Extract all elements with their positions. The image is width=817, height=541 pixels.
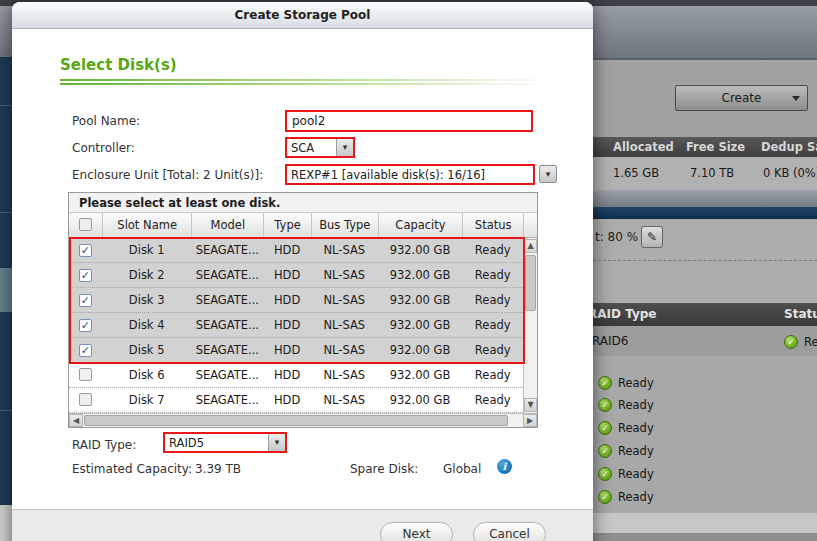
estimated-capacity-value: 3.39 TB (195, 462, 241, 476)
pool-name-input[interactable] (285, 110, 533, 132)
disk-bus-type: NL-SAS (311, 288, 378, 312)
section-heading-rule (60, 79, 552, 87)
enclosure-select[interactable]: REXP#1 [available disk(s): 16/16] (285, 164, 535, 185)
disk-bus-type: NL-SAS (311, 363, 378, 387)
spare-disk-value: Global (443, 462, 481, 476)
disk-status-item: ✓ Ready (598, 417, 654, 440)
column-raid-type: RAID Type (588, 307, 656, 321)
disk-slot-name: Disk 5 (102, 338, 192, 362)
disk-type: HDD (263, 263, 311, 287)
controller-select[interactable]: SCA ▾ (285, 137, 355, 158)
controller-value: SCA (287, 141, 336, 155)
disk-table-caption: Please select at least one disk. (69, 193, 537, 213)
disk-model: SEAGATE... (191, 388, 263, 412)
disk-capacity: 932.00 GB (378, 313, 463, 337)
disk-capacity: 932.00 GB (378, 288, 463, 312)
controller-label: Controller: (72, 141, 135, 155)
scroll-up-icon[interactable]: ▲ (524, 239, 537, 253)
disk-slot-name: Disk 1 (102, 238, 192, 262)
disk-checkbox[interactable] (79, 368, 92, 381)
disk-checkbox[interactable]: ✓ (79, 244, 92, 257)
disk-status-item: ✓ Ready (598, 462, 654, 485)
pool-name-label: Pool Name: (72, 114, 140, 128)
disk-table-row[interactable]: ✓ Disk 4 SEAGATE... HDD NL-SAS 932.00 GB… (69, 313, 523, 338)
disk-slot-name: Disk 6 (102, 363, 192, 387)
disk-status: Ready (462, 288, 523, 312)
disk-model: SEAGATE... (191, 313, 263, 337)
ready-check-icon: ✓ (598, 467, 612, 481)
disk-table-row[interactable]: ✓ Disk 3 SEAGATE... HDD NL-SAS 932.00 GB… (69, 288, 523, 313)
section-heading: Select Disk(s) (60, 56, 177, 74)
edit-threshold-button[interactable]: ✎ (641, 226, 663, 248)
disk-bus-type: NL-SAS (311, 338, 378, 362)
disk-type: HDD (263, 288, 311, 312)
sidebar-selected-item[interactable] (0, 268, 12, 312)
dashed-divider (593, 260, 817, 261)
next-button[interactable]: Next (380, 522, 453, 541)
column-bus-type: Bus Type (311, 213, 378, 237)
horizontal-scroll-thumb[interactable] (84, 415, 508, 426)
column-status: Status (784, 307, 817, 321)
free-size-value: 7.10 TB (690, 166, 734, 180)
disk-status-item: ✓ Ready (598, 485, 654, 508)
ready-check-icon: ✓ (784, 335, 798, 349)
disk-bus-type: NL-SAS (311, 313, 378, 337)
cancel-button[interactable]: Cancel (473, 522, 546, 541)
info-icon[interactable]: i (497, 459, 512, 474)
scroll-left-icon[interactable]: ◀ (69, 414, 83, 427)
chevron-down-icon[interactable]: ▾ (268, 434, 285, 451)
create-button[interactable]: Create (675, 85, 808, 111)
column-capacity: Capacity (378, 213, 463, 237)
raid-type-value: RAID5 (165, 436, 268, 450)
disk-checkbox[interactable]: ✓ (79, 269, 92, 282)
vertical-scroll-thumb[interactable] (525, 255, 536, 311)
disk-bus-type: NL-SAS (311, 263, 378, 287)
raid-type-select[interactable]: RAID5 ▾ (163, 432, 287, 453)
dialog-title: Create Storage Pool (12, 2, 593, 29)
vertical-scrollbar[interactable]: ▲ ▼ (523, 238, 537, 413)
disk-status-item: ✓ Ready (598, 439, 654, 462)
disk-type: HDD (263, 338, 311, 362)
disk-table-row[interactable]: Disk 7 SEAGATE... HDD NL-SAS 932.00 GB R… (69, 388, 523, 413)
create-storage-pool-dialog: Create Storage Pool Select Disk(s) Pool … (12, 2, 593, 541)
raid-type-label: RAID Type: (72, 438, 136, 452)
disk-status: Ready (462, 338, 523, 362)
disk-status-item: ✓ Ready (598, 371, 654, 394)
disk-capacity: 932.00 GB (378, 263, 463, 287)
horizontal-scrollbar[interactable]: ◀ ▶ (69, 413, 537, 427)
scroll-right-icon[interactable]: ▶ (523, 414, 537, 427)
disk-slot-name: Disk 3 (102, 288, 192, 312)
alert-threshold-text: t: 80 % (595, 230, 638, 244)
disk-checkbox[interactable]: ✓ (79, 344, 92, 357)
disk-checkbox[interactable]: ✓ (79, 294, 92, 307)
disk-table-row[interactable]: ✓ Disk 1 SEAGATE... HDD NL-SAS 932.00 GB… (69, 238, 523, 263)
disk-model: SEAGATE... (191, 238, 263, 262)
disk-capacity: 932.00 GB (378, 338, 463, 362)
disk-status-label: Ready (618, 444, 654, 458)
scroll-down-icon[interactable]: ▼ (524, 398, 537, 412)
disk-type: HDD (263, 363, 311, 387)
disk-model: SEAGATE... (191, 363, 263, 387)
enclosure-chevron-down-icon[interactable]: ▾ (539, 165, 557, 183)
disk-model: SEAGATE... (191, 263, 263, 287)
disk-table-row[interactable]: Disk 6 SEAGATE... HDD NL-SAS 932.00 GB R… (69, 363, 523, 388)
select-all-checkbox[interactable] (79, 218, 92, 231)
column-type: Type (263, 213, 311, 237)
disk-model: SEAGATE... (191, 338, 263, 362)
column-model: Model (191, 213, 263, 237)
disk-type: HDD (263, 388, 311, 412)
disk-status: Ready (462, 238, 523, 262)
disk-table-row[interactable]: ✓ Disk 2 SEAGATE... HDD NL-SAS 932.00 GB… (69, 263, 523, 288)
disk-capacity: 932.00 GB (378, 363, 463, 387)
enclosure-value: REXP#1 [available disk(s): 16/16] (287, 168, 533, 182)
disk-checkbox[interactable] (79, 393, 92, 406)
disk-status: Ready (462, 263, 523, 287)
disk-status-label: Ready (618, 490, 654, 504)
disk-status: Ready (462, 363, 523, 387)
chevron-down-icon (792, 96, 800, 101)
disk-checkbox[interactable]: ✓ (79, 319, 92, 332)
raid-type-value: RAID6 (592, 334, 628, 348)
chevron-down-icon[interactable]: ▾ (336, 139, 353, 156)
ready-check-icon: ✓ (598, 421, 612, 435)
disk-table-row[interactable]: ✓ Disk 5 SEAGATE... HDD NL-SAS 932.00 GB… (69, 338, 523, 363)
